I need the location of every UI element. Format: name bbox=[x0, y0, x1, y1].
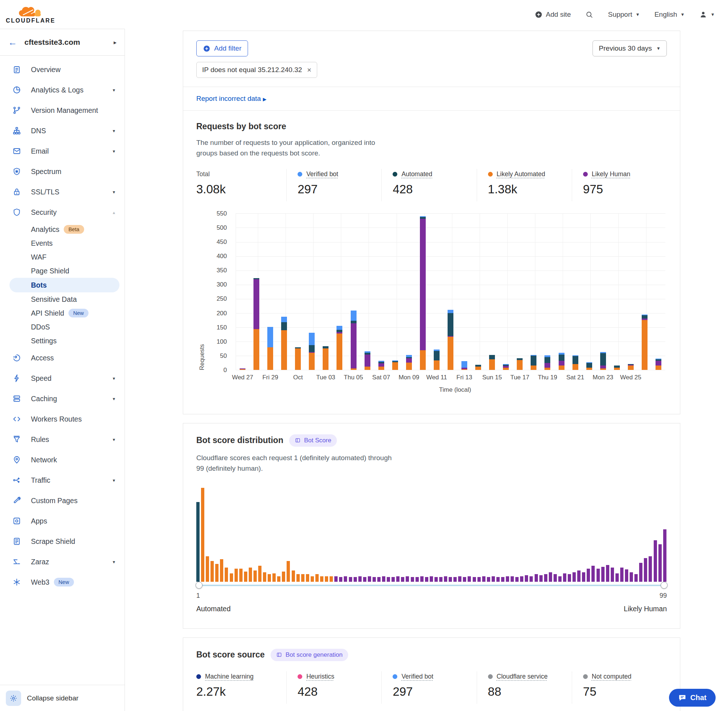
bar-segment-verified-bot bbox=[267, 327, 273, 347]
stat-label[interactable]: Likely Automated bbox=[497, 170, 545, 178]
sidebar-item-overview[interactable]: Overview bbox=[0, 59, 124, 80]
sidebar-item-label: API Shield bbox=[31, 309, 64, 317]
y-tick-label: 500 bbox=[196, 224, 227, 232]
hist-bar-score-92 bbox=[630, 572, 633, 582]
stat-label[interactable]: Cloudflare service bbox=[497, 673, 548, 680]
stat-label[interactable]: Verified bot bbox=[306, 170, 338, 178]
zaraz-icon bbox=[12, 558, 21, 566]
sidebar-item-ssl-tls[interactable]: SSL/TLS▾ bbox=[0, 181, 124, 202]
sidebar-item-label: DDoS bbox=[31, 323, 50, 331]
sidebar-item-page-shield[interactable]: Page Shield bbox=[0, 264, 124, 278]
chart-bar-thu-12 bbox=[447, 310, 453, 370]
back-arrow-icon[interactable]: ← bbox=[8, 37, 17, 48]
chart-plot-area bbox=[236, 214, 665, 370]
settings-gear-button[interactable] bbox=[6, 690, 21, 706]
bot-score-doc-badge[interactable]: Bot Score bbox=[289, 434, 337, 447]
stat-label[interactable]: Not computed bbox=[592, 673, 632, 680]
stat-label[interactable]: Verified bot bbox=[401, 673, 433, 680]
chevron-down-icon: ▾ bbox=[112, 376, 115, 381]
bot-score-generation-badge[interactable]: Bot score generation bbox=[270, 649, 348, 661]
sidebar-item-workers-routes[interactable]: Workers Routes bbox=[0, 409, 124, 429]
hist-bar-score-28 bbox=[325, 576, 328, 582]
chat-button[interactable]: Chat bbox=[669, 689, 716, 707]
stat-value: 297 bbox=[298, 182, 381, 196]
stat-label: Total bbox=[196, 170, 210, 178]
sidebar-item-scrape-shield[interactable]: Scrape Shield bbox=[0, 531, 124, 552]
sidebar-item-web3[interactable]: Web3New bbox=[0, 572, 124, 592]
requests-stat-automated: Automated428 bbox=[381, 169, 476, 201]
requests-card: Add filter IP does not equal 35.212.240.… bbox=[183, 31, 680, 414]
hist-bar-score-94 bbox=[639, 563, 642, 582]
sidebar-item-sensitive-data[interactable]: Sensitive Data bbox=[0, 292, 124, 306]
hist-bar-score-10 bbox=[239, 569, 242, 582]
hist-bar-score-54 bbox=[449, 577, 452, 582]
filter-chip[interactable]: IP does not equal 35.212.240.32 × bbox=[196, 62, 317, 78]
sidebar-item-api-shield[interactable]: API ShieldNew bbox=[0, 306, 124, 320]
language-menu[interactable]: English▼ bbox=[654, 10, 685, 19]
account-menu[interactable]: ▼ bbox=[699, 10, 715, 19]
sidebar-item-email[interactable]: Email▾ bbox=[0, 141, 124, 161]
sidebar-item-security[interactable]: Security▴ bbox=[0, 202, 124, 223]
sidebar-item-custom-pages[interactable]: Custom Pages bbox=[0, 490, 124, 511]
sidebar-item-label: Events bbox=[31, 239, 53, 248]
sidebar-item-bots[interactable]: Bots bbox=[9, 278, 120, 292]
source-stat-machine-learning: Machine learning2.27k bbox=[196, 671, 286, 704]
source-stat-not-computed: Not computed75 bbox=[572, 671, 667, 704]
stat-label[interactable]: Automated bbox=[401, 170, 432, 178]
sidebar-item-rules[interactable]: Rules▾ bbox=[0, 429, 124, 450]
sidebar-item-waf[interactable]: WAF bbox=[0, 250, 124, 264]
hist-bar-score-75 bbox=[549, 572, 552, 582]
support-menu[interactable]: Support▼ bbox=[608, 10, 639, 19]
stat-label[interactable]: Likely Human bbox=[592, 170, 631, 178]
hist-bar-score-70 bbox=[525, 575, 528, 582]
cloudflare-logo[interactable]: CLOUDFLARE bbox=[6, 5, 55, 24]
sidebar-item-analytics[interactable]: AnalyticsBeta bbox=[0, 223, 124, 236]
date-range-button[interactable]: Previous 30 days▼ bbox=[592, 40, 667, 56]
sidebar-item-traffic[interactable]: Traffic▾ bbox=[0, 470, 124, 490]
gridline-v bbox=[480, 214, 480, 370]
traffic-split-icon bbox=[12, 476, 21, 485]
chart-bar-oct-01 bbox=[295, 347, 301, 370]
search-button[interactable] bbox=[585, 10, 593, 19]
bar-segment-likely-automated bbox=[475, 367, 481, 370]
add-filter-button[interactable]: Add filter bbox=[196, 40, 248, 56]
bar-segment-automated bbox=[559, 355, 564, 361]
add-site-button[interactable]: Add site bbox=[535, 10, 571, 19]
remove-filter-icon[interactable]: × bbox=[307, 66, 312, 74]
sidebar-item-network[interactable]: Network bbox=[0, 450, 124, 470]
sidebar-item-speed[interactable]: Speed▾ bbox=[0, 368, 124, 388]
slider-track[interactable] bbox=[196, 585, 667, 586]
bar-segment-likely-automated bbox=[420, 350, 426, 370]
hist-bar-score-48 bbox=[420, 576, 424, 582]
stat-label[interactable]: Heuristics bbox=[306, 673, 334, 680]
sidebar-item-apps[interactable]: Apps bbox=[0, 511, 124, 531]
report-incorrect-data-link[interactable]: Report incorrect data ▶ bbox=[196, 94, 267, 102]
sidebar-item-analytics-logs[interactable]: Analytics & Logs▾ bbox=[0, 80, 124, 100]
sidebar-item-caching[interactable]: Caching▾ bbox=[0, 388, 124, 409]
sidebar-item-zaraz[interactable]: Zaraz▾ bbox=[0, 552, 124, 572]
sidebar-item-dns[interactable]: DNS▾ bbox=[0, 121, 124, 141]
sidebar-item-events[interactable]: Events bbox=[0, 236, 124, 250]
chat-bubble-icon bbox=[678, 693, 687, 702]
gridline-v bbox=[535, 214, 535, 370]
bar-segment-likely-human bbox=[406, 358, 412, 363]
sidebar-item-spectrum[interactable]: Spectrum bbox=[0, 161, 124, 181]
search-icon bbox=[585, 10, 593, 19]
hist-bar-score-21 bbox=[292, 571, 295, 582]
stat-label[interactable]: Machine learning bbox=[205, 673, 254, 680]
hist-bar-score-93 bbox=[634, 574, 638, 582]
bar-segment-likely-human bbox=[420, 219, 426, 350]
hist-bar-score-89 bbox=[616, 573, 619, 582]
collapse-sidebar-button[interactable]: Collapse sidebar bbox=[27, 694, 79, 702]
sidebar-item-settings[interactable]: Settings bbox=[0, 334, 124, 348]
chevron-down-icon: ▼ bbox=[710, 12, 715, 17]
gridline-h bbox=[236, 270, 665, 271]
slider-handle-min[interactable] bbox=[196, 582, 202, 589]
sidebar-item-access[interactable]: Access bbox=[0, 348, 124, 368]
sidebar-item-version-management[interactable]: Version Management bbox=[0, 100, 124, 121]
sidebar-item-ddos[interactable]: DDoS bbox=[0, 320, 124, 334]
hist-bar-score-50 bbox=[430, 576, 433, 582]
wrench-icon bbox=[12, 496, 21, 505]
slider-handle-max[interactable] bbox=[661, 582, 667, 589]
chevron-right-icon[interactable]: ▸ bbox=[114, 39, 117, 46]
